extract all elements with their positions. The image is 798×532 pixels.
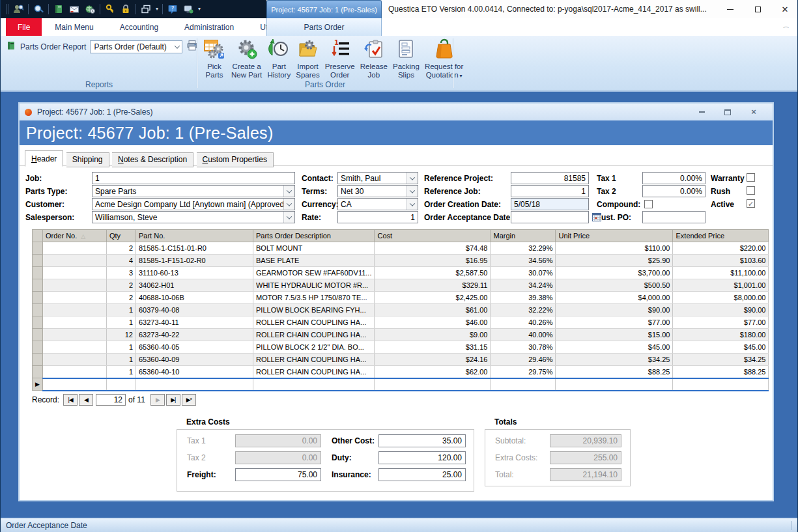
- customer-select[interactable]: Acme Design Company Ltd [Anytown main] (…: [92, 198, 295, 210]
- cell-qty[interactable]: 3: [107, 267, 136, 279]
- cell-unit_price[interactable]: $15.00: [556, 329, 673, 341]
- cell-qty[interactable]: 2: [107, 292, 136, 304]
- cell-unit_price[interactable]: $4,000.00: [556, 292, 673, 304]
- cell-description[interactable]: BOLT MOUNT: [253, 242, 375, 255]
- column-header-order_no[interactable]: Order No.△: [43, 230, 107, 242]
- report-select[interactable]: Parts Order (Default): [90, 40, 182, 53]
- cell-margin-empty[interactable]: [491, 378, 556, 391]
- order-acceptance-date-field[interactable]: [511, 211, 589, 223]
- tab-main-menu[interactable]: Main Menu: [42, 18, 106, 36]
- cell-qty[interactable]: 2: [107, 242, 136, 255]
- cell-extended_price[interactable]: $90.00: [673, 304, 769, 316]
- cell-cost[interactable]: $2,587.50: [375, 267, 491, 279]
- currency-select[interactable]: CA: [337, 198, 418, 210]
- grid-select-all[interactable]: [33, 230, 43, 242]
- email-icon[interactable]: [68, 3, 80, 15]
- first-record-button[interactable]: |◀: [63, 394, 78, 406]
- cell-order_no[interactable]: [43, 341, 107, 354]
- cell-part_no[interactable]: 60379-40-08: [136, 304, 253, 316]
- cell-order_no[interactable]: [43, 304, 107, 316]
- cell-order_no[interactable]: [43, 316, 107, 329]
- duty-field[interactable]: 120.00: [378, 451, 466, 464]
- cell-order_no-empty[interactable]: [43, 378, 107, 391]
- warranty-checkbox[interactable]: [747, 173, 755, 182]
- cell-margin[interactable]: 29.75%: [491, 366, 556, 378]
- cell-description[interactable]: PILLOW BLOCK 2 1/2" DIA. BO...: [253, 341, 375, 354]
- cell-unit_price[interactable]: $25.90: [556, 255, 673, 267]
- salesperson-select[interactable]: Williamson, Steve: [92, 211, 295, 223]
- cell-order_no[interactable]: [43, 279, 107, 292]
- cell-cost[interactable]: $62.00: [375, 366, 491, 378]
- column-header-qty[interactable]: Qty: [107, 230, 136, 242]
- notebook-icon[interactable]: [53, 3, 64, 15]
- cell-order_no[interactable]: [43, 242, 107, 255]
- phone-globe-icon[interactable]: [84, 3, 96, 15]
- cell-qty[interactable]: 1: [107, 366, 136, 378]
- row-selector[interactable]: [33, 292, 43, 304]
- cell-unit_price[interactable]: $90.00: [556, 304, 673, 316]
- cell-order_no[interactable]: [43, 354, 107, 366]
- row-selector[interactable]: [33, 341, 43, 354]
- cell-description[interactable]: BASE PLATE: [253, 255, 375, 267]
- cell-order_no[interactable]: [43, 255, 107, 267]
- document-close-button[interactable]: ×: [749, 107, 758, 117]
- record-number-input[interactable]: 12: [96, 394, 126, 406]
- cell-part_no[interactable]: 40688-10-06B: [136, 292, 253, 304]
- cell-part_no[interactable]: 34062-H01: [136, 279, 253, 292]
- cell-cost[interactable]: $16.95: [375, 255, 491, 267]
- tab-custom-properties[interactable]: Custom Properties: [197, 152, 274, 167]
- cell-qty[interactable]: 12: [107, 329, 136, 341]
- key-icon[interactable]: [104, 3, 116, 15]
- cell-description[interactable]: MOTOR 7.5/3.5 HP 1750/870 TE...: [253, 292, 375, 304]
- ribbon-collapse-icon[interactable]: ︿: [783, 23, 790, 30]
- previous-record-button[interactable]: ◀: [79, 394, 93, 406]
- cell-order_no[interactable]: [43, 329, 107, 341]
- cell-unit_price[interactable]: $88.25: [556, 366, 673, 378]
- row-selector[interactable]: [33, 267, 43, 279]
- cust-po-field[interactable]: [642, 211, 705, 223]
- pick-parts-button[interactable]: Pick Parts: [200, 37, 229, 81]
- row-selector[interactable]: [33, 255, 43, 267]
- row-selector[interactable]: [33, 304, 43, 316]
- current-row-arrow-icon[interactable]: ▶: [33, 378, 43, 391]
- cell-cost[interactable]: $329.11: [375, 279, 491, 292]
- tab-header[interactable]: Header: [25, 150, 63, 167]
- cascade-dropdown-caret-icon[interactable]: ▾: [156, 7, 158, 12]
- cell-margin[interactable]: 29.46%: [491, 354, 556, 366]
- other-cost-field[interactable]: 35.00: [378, 434, 466, 447]
- packing-slips-button[interactable]: Packing Slips: [390, 37, 422, 81]
- tab-notes-description[interactable]: Notes & Description: [112, 152, 193, 167]
- column-header-extended_price[interactable]: Extended Price: [673, 230, 769, 242]
- column-header-description[interactable]: Parts Order Description: [253, 230, 375, 242]
- cell-part_no[interactable]: 31110-60-13: [136, 267, 253, 279]
- cell-extended_price[interactable]: $34.25: [673, 354, 769, 366]
- cell-part_no[interactable]: 63273-40-11: [136, 316, 253, 329]
- cell-qty[interactable]: 1: [107, 354, 136, 366]
- qat-overflow-caret-icon[interactable]: ▾: [198, 7, 201, 12]
- cell-extended_price[interactable]: $180.00: [673, 329, 769, 341]
- cell-unit_price[interactable]: $110.00: [556, 242, 673, 255]
- cell-qty-empty[interactable]: [107, 378, 136, 391]
- cell-margin[interactable]: 30.07%: [491, 267, 556, 279]
- help-icon[interactable]: ?: [167, 3, 178, 15]
- lock-icon[interactable]: [120, 3, 132, 15]
- part-history-button[interactable]: Part History: [264, 37, 293, 81]
- report-icon[interactable]: [6, 40, 16, 53]
- tax1-field[interactable]: 0.00%: [642, 172, 705, 184]
- cell-cost[interactable]: $24.16: [375, 354, 491, 366]
- cell-cost[interactable]: $46.00: [375, 316, 491, 329]
- cascade-windows-icon[interactable]: [140, 3, 152, 15]
- cell-margin[interactable]: 40.26%: [491, 316, 556, 329]
- calendar-icon[interactable]: [592, 212, 601, 221]
- cell-unit_price-empty[interactable]: [556, 378, 673, 391]
- cell-part_no[interactable]: 65360-40-05: [136, 341, 253, 354]
- monitor-icon[interactable]: [182, 3, 194, 15]
- cell-part_no[interactable]: 81585-1-C151-01-R0: [136, 242, 253, 255]
- cell-unit_price[interactable]: $3,700.00: [556, 267, 673, 279]
- cell-cost-empty[interactable]: [375, 378, 491, 391]
- last-record-button[interactable]: ▶|: [166, 394, 180, 406]
- cell-description[interactable]: ROLLER CHAIN COUPLING HA...: [253, 366, 375, 378]
- cell-unit_price[interactable]: $34.25: [556, 354, 673, 366]
- cell-extended_price[interactable]: $103.60: [673, 255, 769, 267]
- cell-margin[interactable]: 32.29%: [491, 242, 556, 255]
